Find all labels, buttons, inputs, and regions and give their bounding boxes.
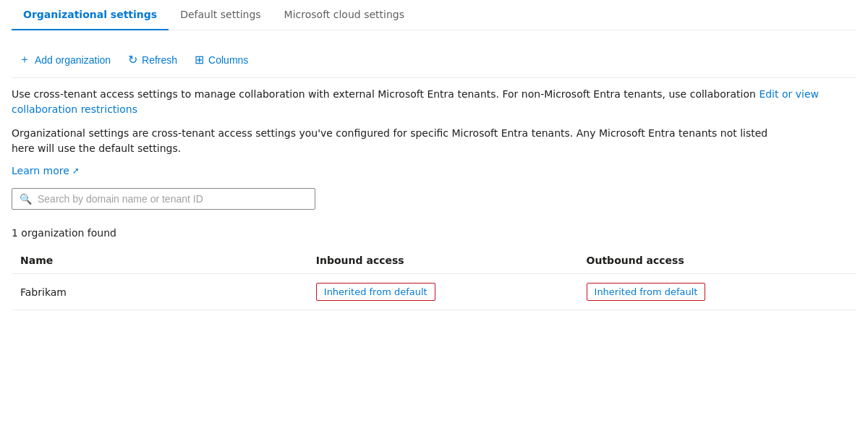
outbound-inherited-badge[interactable]: Inherited from default: [587, 283, 706, 301]
search-container: 🔍: [12, 188, 856, 210]
tab-default[interactable]: Default settings: [169, 0, 272, 30]
outbound-access-cell: Inherited from default: [578, 274, 856, 310]
inbound-access-cell: Inherited from default: [307, 274, 578, 310]
columns-button[interactable]: ⊞ Columns: [187, 48, 255, 71]
toolbar: ＋ Add organization ↻ Refresh ⊞ Columns: [12, 42, 856, 78]
description-block-1: Use cross-tenant access settings to mana…: [12, 87, 856, 117]
plus-icon: ＋: [19, 52, 30, 67]
columns-icon: ⊞: [195, 53, 204, 67]
search-icon: 🔍: [20, 193, 32, 205]
search-box: 🔍: [12, 188, 315, 210]
learn-more-link[interactable]: Learn more ➚: [12, 165, 80, 176]
table-header-row: Name Inbound access Outbound access: [12, 247, 856, 274]
column-header-outbound: Outbound access: [578, 247, 856, 274]
organizations-table: Name Inbound access Outbound access Fabr…: [12, 247, 856, 310]
description-line2: Organizational settings are cross-tenant…: [12, 127, 767, 139]
column-header-name: Name: [12, 247, 307, 274]
refresh-icon: ↻: [128, 53, 137, 67]
table-row: Fabrikam Inherited from default Inherite…: [12, 274, 856, 310]
external-link-icon: ➚: [72, 166, 80, 176]
results-count: 1 organization found: [12, 227, 856, 239]
column-header-inbound: Inbound access: [307, 247, 578, 274]
tab-microsoft-cloud[interactable]: Microsoft cloud settings: [273, 0, 416, 30]
tab-organizational[interactable]: Organizational settings: [12, 0, 169, 30]
refresh-button[interactable]: ↻ Refresh: [121, 48, 184, 71]
search-input[interactable]: [38, 193, 307, 205]
inbound-inherited-badge[interactable]: Inherited from default: [316, 283, 435, 301]
org-name-cell: Fabrikam: [12, 274, 307, 310]
add-organization-button[interactable]: ＋ Add organization: [12, 48, 118, 72]
description-block-2: Organizational settings are cross-tenant…: [12, 126, 856, 156]
description-line2-suffix: here will use the default settings.: [12, 142, 181, 154]
tab-bar: Organizational settings Default settings…: [12, 0, 856, 30]
description-line1: Use cross-tenant access settings to mana…: [12, 88, 756, 100]
